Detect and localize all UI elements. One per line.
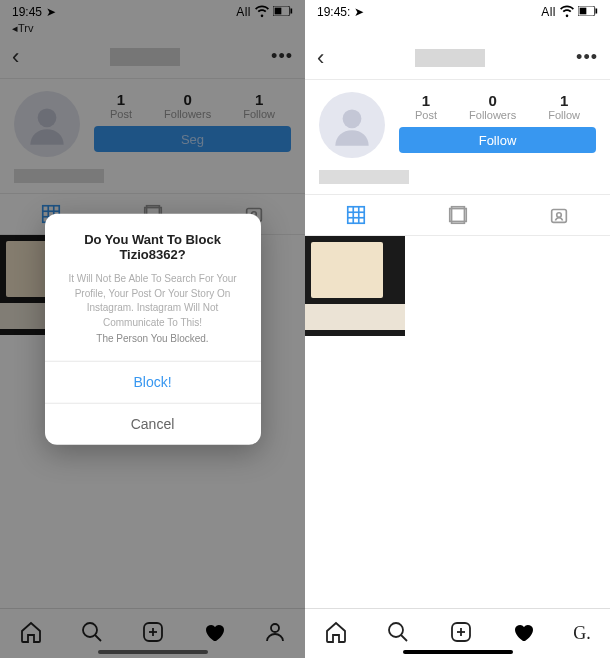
username-redacted — [415, 49, 485, 67]
svg-point-13 — [83, 623, 97, 637]
nav-home-icon[interactable] — [324, 620, 348, 648]
svg-line-33 — [401, 635, 407, 641]
profile-tabs — [305, 194, 610, 236]
svg-rect-23 — [348, 207, 365, 224]
profile-header: 1Post 0Followers 1Follow Seg — [0, 79, 305, 165]
nav-add-icon[interactable] — [449, 620, 473, 648]
avatar[interactable] — [14, 91, 80, 157]
svg-rect-30 — [552, 210, 567, 223]
svg-point-18 — [271, 624, 279, 632]
svg-rect-1 — [275, 8, 282, 15]
stat-followers[interactable]: 0Followers — [164, 91, 211, 120]
svg-rect-20 — [580, 8, 587, 15]
more-icon[interactable]: ••• — [576, 47, 598, 68]
carrier-label: All — [236, 5, 251, 19]
battery-icon — [273, 5, 293, 19]
carrier-label: All — [541, 5, 556, 19]
home-indicator[interactable] — [98, 650, 208, 654]
svg-point-3 — [38, 108, 57, 127]
tab-grid[interactable] — [305, 195, 407, 235]
username-redacted — [110, 48, 180, 66]
block-button[interactable]: Block! — [45, 360, 261, 402]
stat-posts[interactable]: 1Post — [110, 91, 132, 120]
block-confirm-dialog: Do You Want To Block Tizio8362? It Will … — [45, 214, 261, 445]
stats-row: 1Post 0Followers 1Follow — [94, 91, 291, 120]
stat-posts[interactable]: 1Post — [415, 92, 437, 121]
stat-followers[interactable]: 0Followers — [469, 92, 516, 121]
svg-rect-2 — [291, 9, 293, 14]
wifi-icon — [560, 4, 574, 21]
tab-tagged[interactable] — [508, 195, 610, 235]
cancel-button[interactable]: Cancel — [45, 402, 261, 444]
stat-following[interactable]: 1Follow — [548, 92, 580, 121]
nav-activity-icon[interactable] — [511, 620, 535, 648]
post-thumbnail[interactable] — [305, 236, 405, 336]
nav-extra-label[interactable]: G. — [573, 623, 591, 644]
dialog-message: It Will Not Be Able To Search For Your P… — [57, 272, 249, 347]
profile-header: 1Post 0Followers 1Follow Follow — [305, 80, 610, 166]
display-name-redacted — [14, 169, 104, 183]
back-icon[interactable]: ‹ — [12, 44, 19, 70]
svg-point-31 — [557, 213, 562, 218]
stat-following[interactable]: 1Follow — [243, 91, 275, 120]
location-icon: ➤ — [354, 5, 364, 19]
battery-icon — [578, 5, 598, 19]
status-time: 19:45: — [317, 5, 350, 19]
home-indicator[interactable] — [403, 650, 513, 654]
tab-feed[interactable] — [407, 195, 509, 235]
back-icon[interactable]: ‹ — [317, 45, 324, 71]
svg-rect-21 — [596, 9, 598, 14]
wifi-icon — [255, 4, 269, 21]
nav-header: ‹ ••• — [305, 36, 610, 80]
avatar[interactable] — [319, 92, 385, 158]
status-bar: 19:45 ➤ All — [0, 0, 305, 24]
nav-add-icon[interactable] — [141, 620, 165, 648]
follow-button[interactable]: Seg — [94, 126, 291, 152]
nav-profile-icon[interactable] — [263, 620, 287, 648]
screen-right: 19:45: ➤ All ‹ ••• 1Post 0Followers 1Fol… — [305, 0, 610, 658]
stats-row: 1Post 0Followers 1Follow — [399, 92, 596, 121]
more-icon[interactable]: ••• — [271, 46, 293, 67]
location-icon: ➤ — [46, 5, 56, 19]
status-time: 19:45 — [12, 5, 42, 19]
nav-header: ‹ ••• — [0, 35, 305, 79]
status-bar: 19:45: ➤ All — [305, 0, 610, 24]
sub-status: ◂Trv — [0, 22, 305, 35]
svg-point-22 — [343, 109, 362, 128]
svg-point-32 — [389, 623, 403, 637]
nav-activity-icon[interactable] — [202, 620, 226, 648]
svg-line-14 — [95, 635, 101, 641]
dialog-title: Do You Want To Block Tizio8362? — [57, 232, 249, 262]
nav-search-icon[interactable] — [386, 620, 410, 648]
nav-home-icon[interactable] — [19, 620, 43, 648]
display-name-redacted — [319, 170, 409, 184]
nav-search-icon[interactable] — [80, 620, 104, 648]
screen-left: 19:45 ➤ All ◂Trv ‹ ••• 1Post 0Followers … — [0, 0, 305, 658]
follow-button[interactable]: Follow — [399, 127, 596, 153]
posts-grid — [305, 236, 610, 608]
